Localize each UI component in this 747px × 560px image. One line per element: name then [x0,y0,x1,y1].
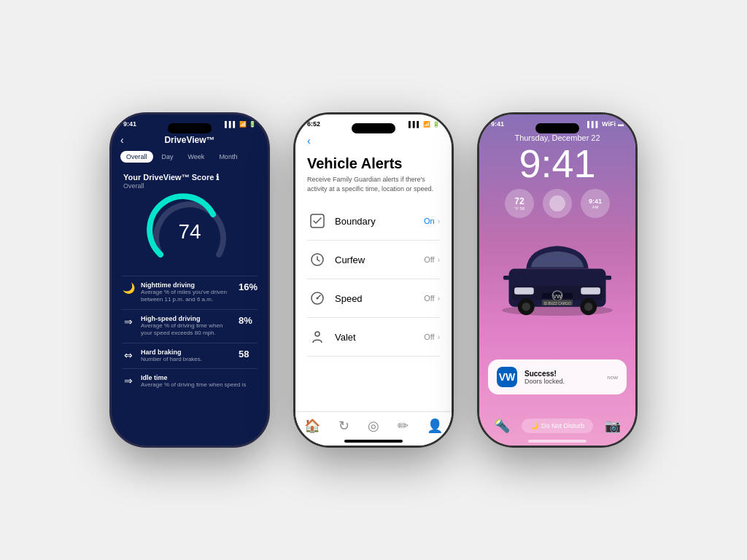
ls-wifi-icon: WiFi [602,120,616,128]
phone-driveview: 9:41 ▌▌▌ 📶 🔋 ‹ DriveView™ Overall Day We… [109,112,270,448]
notif-title: Success! [525,370,600,378]
nighttime-desc: Average % of miles you've driven between… [141,289,233,304]
curfew-icon [307,249,328,270]
nav-refresh[interactable]: ↻ [338,418,349,434]
curfew-status: Off [424,255,434,264]
metric-idle: ⇒ Idle time Average % of driving time wh… [122,368,258,394]
battery-icon-1: 🔋 [249,121,256,128]
speed-status: Off [424,294,434,303]
va-title: Vehicle Alerts [295,149,452,175]
signal-icon-1: ▌▌▌ [225,121,237,128]
highspeed-icon: ⇒ [122,316,135,327]
metric-nighttime: 🌙 Nighttime driving Average % of miles y… [122,276,258,309]
svg-rect-8 [514,287,534,295]
phones-container: 9:41 ▌▌▌ 📶 🔋 ‹ DriveView™ Overall Day We… [95,98,652,462]
ls-dnd-button[interactable]: 🌙 Do Not Disturb [522,419,593,433]
phone-lockscreen: 9:41 ▌▌▌ WiFi ▬ Thursday, December 22 9:… [477,112,638,448]
dv-score-section: Your DriveView™ Score ℹ Overall [112,168,268,192]
ls-camera-icon[interactable]: 📷 [605,418,621,434]
highspeed-text: High-speed driving Average % of driving … [141,315,233,338]
speed-icon [307,288,328,308]
phone2-content: 6:52 ▌▌▌ 📶 🔋 ‹ Vehicle Alerts Receive Fa… [295,114,452,446]
ls-flashlight-icon[interactable]: 🔦 [494,418,510,434]
svg-point-4 [315,332,320,336]
ls-widget-time-num: 9:41 [589,198,602,205]
svg-point-18 [584,303,592,311]
dv-gauge: 74 [112,192,268,273]
alert-boundary[interactable]: Boundary On › [307,202,440,241]
metric-highspeed: ⇒ High-speed driving Average % of drivin… [122,309,258,343]
nav-edit[interactable]: ✏ [398,418,409,434]
hardbraking-text: Hard braking Number of hard brakes. [141,349,233,363]
battery-icon-2: 🔋 [433,121,440,128]
svg-point-3 [317,298,319,300]
dynamic-island-2 [352,123,395,133]
ls-widget-temp: 72 °F 58 [505,189,534,218]
status-icons-2: ▌▌▌ 📶 🔋 [409,121,440,128]
ls-car-area: VW ID.BUZZ CARGO [479,228,635,323]
ls-temp-sub: °F 58 [514,206,525,211]
vw-notif-icon: VW [497,367,517,387]
status-icons-1: ▌▌▌ 📶 🔋 [225,121,256,128]
ls-time: 9:41 [479,144,635,183]
phone-vehicle-alerts: 6:52 ▌▌▌ 📶 🔋 ‹ Vehicle Alerts Receive Fa… [293,112,454,448]
dv-metrics: 🌙 Nighttime driving Average % of miles y… [112,273,268,397]
ls-widget-time-sub: AM [592,205,599,209]
va-bottom-nav: 🏠 ↻ ◎ ✏ 👤 [295,411,452,446]
car-svg: VW ID.BUZZ CARGO [488,228,627,323]
dv-back-button[interactable]: ‹ [120,134,124,146]
curfew-chevron: › [438,256,440,264]
time-2: 6:52 [307,120,320,128]
idle-desc: Average % of driving time when speed is [141,381,258,389]
tab-day[interactable]: Day [156,151,179,163]
nighttime-icon: 🌙 [122,282,135,294]
alert-curfew[interactable]: Curfew Off › [307,241,440,279]
alert-speed[interactable]: Speed Off › [307,279,440,318]
ls-widgets: 72 °F 58 9:41 AM [479,184,635,222]
speed-name: Speed [335,293,424,304]
nighttime-text: Nighttime driving Average % of miles you… [141,281,233,304]
dv-header: ‹ DriveView™ [112,131,268,151]
nav-location[interactable]: ◎ [368,418,379,434]
ls-signal-icon: ▌▌▌ [587,121,600,128]
idle-text: Idle time Average % of driving time when… [141,374,258,389]
metric-hardbraking: ⇔ Hard braking Number of hard brakes. 58 [122,343,258,368]
idle-name: Idle time [141,374,258,381]
dv-score-title: Your DriveView™ Score ℹ [123,173,256,182]
svg-point-16 [522,303,530,311]
tab-overall[interactable]: Overall [120,151,153,163]
ls-widget-circle [543,189,572,218]
notif-body: Doors locked. [525,378,600,385]
boundary-status: On [424,217,435,225]
tab-month[interactable]: Month [213,151,243,163]
alert-valet[interactable]: Valet Off › [307,318,440,357]
wifi-icon-1: 📶 [239,121,247,128]
nav-home[interactable]: 🏠 [304,418,320,434]
phone3-content: 9:41 ▌▌▌ WiFi ▬ Thursday, December 22 9:… [479,114,635,446]
wifi-icon-2: 📶 [423,121,430,128]
phone1-content: 9:41 ▌▌▌ 📶 🔋 ‹ DriveView™ Overall Day We… [112,114,268,446]
ls-status-icons: ▌▌▌ WiFi ▬ [587,120,624,128]
boundary-chevron: › [438,217,440,225]
notif-time: now [607,374,618,381]
svg-rect-9 [581,287,600,295]
nighttime-name: Nighttime driving [141,281,233,289]
ls-home-bar [528,440,587,443]
nighttime-pct: 16% [239,281,258,292]
boundary-icon [307,211,328,231]
ls-battery-icon: ▬ [618,121,624,128]
tab-week[interactable]: Week [182,151,211,163]
nav-profile[interactable]: 👤 [427,418,443,434]
dynamic-island-1 [168,123,212,133]
highspeed-pct: 8% [239,315,258,326]
highspeed-desc: Average % of driving time when your spee… [141,322,233,338]
ls-notification: VW Success! Doors locked. now [488,359,627,394]
moon-icon: 🌙 [530,422,538,429]
signal-icon-2: ▌▌▌ [409,121,421,128]
valet-chevron: › [438,333,440,341]
ls-time-status: 9:41 [491,120,504,128]
ls-temp-num: 72 [514,196,524,206]
va-back-button[interactable]: ‹ [307,135,311,147]
hardbraking-pct: 58 [239,349,258,359]
ls-bottom-bar: 🔦 🌙 Do Not Disturb 📷 [479,412,635,440]
